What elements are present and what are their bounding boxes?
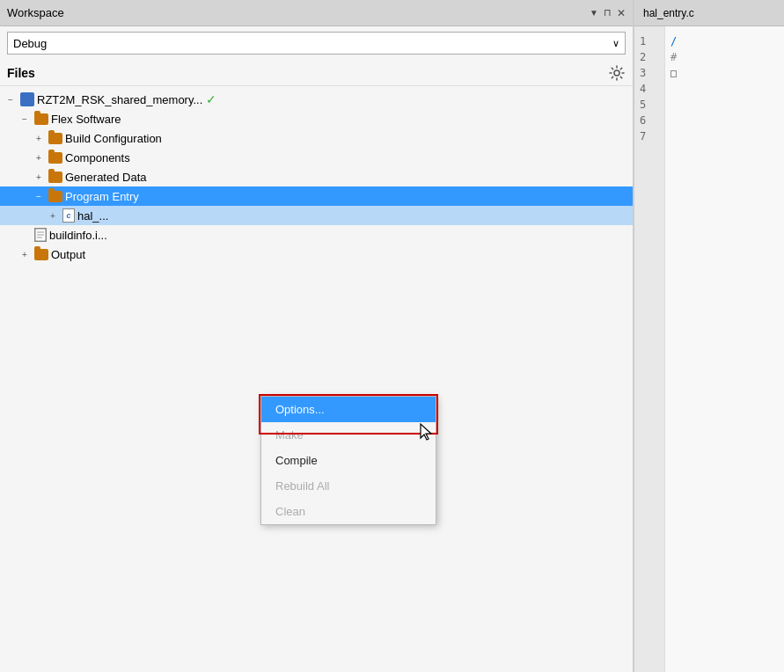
folder-icon — [34, 113, 48, 125]
gear-icon[interactable] — [608, 64, 626, 82]
tree-item-generated-data[interactable]: + Generated Data — [0, 167, 633, 186]
files-title: Files — [7, 66, 35, 80]
rebuild-all-label: Rebuild All — [275, 479, 329, 493]
editor-tab[interactable]: hal_entry.c — [634, 0, 784, 26]
line-2: 2 — [640, 49, 659, 65]
folder-icon-program — [48, 191, 62, 202]
workspace-titlebar: Workspace ▼ ⊓ ✕ — [0, 0, 633, 26]
compile-label: Compile — [275, 454, 318, 467]
files-header: Files — [0, 60, 633, 86]
tree-item-build-config[interactable]: + Build Configuration — [0, 128, 633, 148]
code-line-2: # — [670, 49, 677, 65]
line-4: 4 — [640, 81, 659, 97]
line-7: 7 — [640, 128, 659, 144]
code-area: / # □ — [665, 26, 682, 672]
workspace-title: Workspace — [7, 6, 64, 19]
debug-dropdown[interactable]: Debug ∨ — [7, 32, 626, 55]
tree-item-flex-software[interactable]: − Flex Software — [0, 109, 633, 128]
checkmark-icon: ✓ — [206, 92, 216, 106]
line-6: 6 — [640, 113, 659, 128]
output-label: Output — [51, 248, 85, 261]
expander-program[interactable]: − — [32, 189, 46, 203]
expander-root[interactable]: − — [4, 92, 18, 106]
editor-content: 1 2 3 4 5 6 7 / # □ — [634, 26, 784, 672]
expander-output[interactable]: + — [18, 247, 32, 261]
context-menu: Options... Make Compile Rebuild All Clea… — [260, 396, 436, 525]
folder-icon-output — [34, 249, 48, 260]
expander-hal[interactable]: + — [46, 208, 60, 223]
code-line-6 — [670, 113, 677, 128]
expander-components[interactable]: + — [32, 150, 46, 164]
doc-icon-buildinfo — [34, 228, 47, 242]
context-menu-rebuild-all: Rebuild All — [261, 473, 436, 499]
program-entry-label: Program Entry — [65, 190, 139, 203]
close-icon[interactable]: ✕ — [617, 7, 626, 19]
line-1: 1 — [640, 33, 659, 49]
code-line-5 — [670, 97, 677, 113]
code-line-4 — [670, 81, 677, 97]
line-numbers: 1 2 3 4 5 6 7 — [634, 26, 665, 672]
folder-icon-components — [48, 152, 62, 164]
titlebar-icons: ▼ ⊓ ✕ — [590, 7, 626, 19]
tree-item-hal-entry[interactable]: + hal_... — [0, 206, 633, 225]
clean-label: Clean — [275, 505, 305, 518]
options-label: Options... — [275, 403, 325, 416]
project-icon — [20, 92, 34, 106]
code-line-3: □ — [670, 65, 677, 81]
editor-panel: hal_entry.c 1 2 3 4 5 6 7 / # □ — [634, 0, 784, 672]
context-menu-compile[interactable]: Compile — [261, 448, 436, 473]
expander-build[interactable]: + — [32, 131, 46, 145]
chevron-down-icon: ∨ — [612, 38, 619, 49]
root-label: RZT2M_RSK_shared_memory... — [37, 93, 202, 106]
context-menu-make: Make — [261, 422, 436, 448]
build-config-label: Build Configuration — [65, 132, 162, 145]
line-5: 5 — [640, 97, 659, 113]
debug-label: Debug — [13, 37, 47, 50]
context-menu-clean: Clean — [261, 499, 436, 524]
flex-software-label: Flex Software — [51, 113, 121, 126]
expander-flex[interactable]: − — [18, 112, 32, 126]
make-label: Make — [275, 428, 304, 442]
code-line-1: / — [670, 33, 677, 49]
tree-item-output[interactable]: + Output — [0, 245, 633, 264]
workspace-panel: Workspace ▼ ⊓ ✕ Debug ∨ Files − RZT2M_RS… — [0, 0, 634, 672]
buildinfo-label: buildinfo.i... — [49, 229, 107, 242]
pin-icon[interactable]: ⊓ — [604, 7, 612, 18]
folder-icon-build — [48, 133, 62, 144]
components-label: Components — [65, 151, 130, 164]
code-line-7 — [670, 128, 677, 144]
editor-tab-label: hal_entry.c — [643, 7, 694, 19]
line-3: 3 — [640, 65, 659, 81]
dropdown-icon[interactable]: ▼ — [590, 8, 598, 18]
tree-item-components[interactable]: + Components — [0, 148, 633, 167]
hal-entry-label: hal_... — [77, 209, 108, 223]
generated-data-label: Generated Data — [65, 171, 147, 184]
file-tree: − RZT2M_RSK_shared_memory... ✓ − Flex So… — [0, 86, 633, 267]
context-menu-options[interactable]: Options... — [261, 397, 436, 422]
tree-item-buildinfo[interactable]: + buildinfo.i... — [0, 225, 633, 245]
expander-generated[interactable]: + — [32, 170, 46, 184]
file-icon-hal — [62, 208, 75, 223]
svg-point-0 — [614, 70, 619, 76]
folder-icon-generated — [48, 172, 62, 183]
tree-item-program-entry[interactable]: − Program Entry — [0, 186, 633, 206]
tree-item-root[interactable]: − RZT2M_RSK_shared_memory... ✓ — [0, 90, 633, 109]
